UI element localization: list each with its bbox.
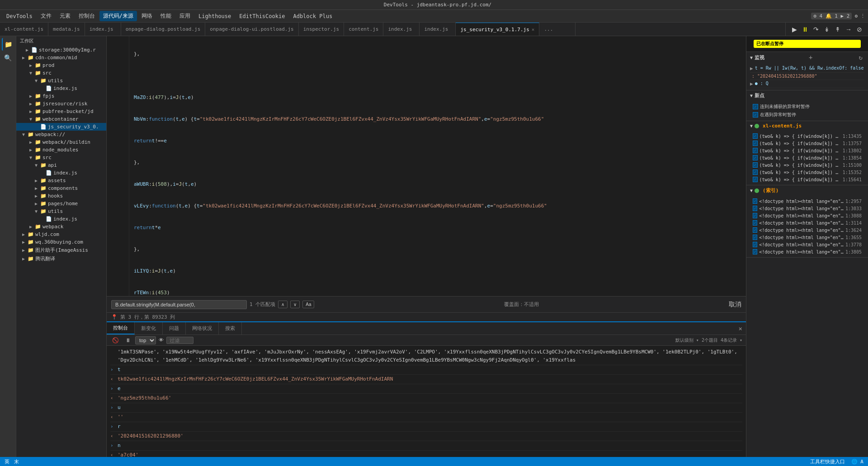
bp-checkbox[interactable]: ✓ bbox=[753, 235, 757, 240]
tree-item-webcontainer[interactable]: ▼ 📁 webcontainer bbox=[16, 115, 106, 123]
tree-item-cdn[interactable]: ▶ 📁 cdn-common/mid bbox=[16, 54, 106, 61]
tab-search[interactable]: 搜索 bbox=[219, 322, 242, 334]
xl-content-header[interactable]: ▼ xl-content.js bbox=[746, 121, 868, 131]
bp-checkbox[interactable]: ✓ bbox=[753, 220, 757, 226]
bp-checkbox[interactable]: ✓ bbox=[753, 198, 757, 204]
toolbar-shortcut[interactable]: 工具栏快捷入口 bbox=[810, 458, 845, 465]
pause-btn[interactable]: ⏸ bbox=[800, 24, 810, 34]
tree-item-src2[interactable]: ▼ 📁 src bbox=[16, 154, 106, 161]
tree-item-wljd[interactable]: ▶ 📁 wljd.com bbox=[16, 231, 106, 238]
tab-changes[interactable]: 新变化 bbox=[135, 322, 163, 334]
tree-item-indexjs3[interactable]: 📄 index.js bbox=[16, 215, 106, 223]
tree-item-storage[interactable]: ▶ 📄 storage:30000yImg.r bbox=[16, 46, 106, 54]
bp-checkbox[interactable]: ✓ bbox=[753, 162, 758, 168]
tab-onpage-dialog[interactable]: onpage-dialog.postload.js bbox=[121, 23, 206, 36]
menu-sources[interactable]: 源代码/来源 bbox=[99, 11, 137, 21]
bp-checkbox-1[interactable]: ✓ bbox=[753, 104, 758, 109]
tree-item-node-modules[interactable]: ▶ 📁 node_modules bbox=[16, 146, 106, 154]
bp-checkbox[interactable]: ✓ bbox=[753, 141, 758, 146]
tree-item-hooks[interactable]: ▶ 📁 hooks bbox=[16, 192, 106, 200]
files-icon[interactable]: 📁 bbox=[2, 38, 14, 51]
tab-issues[interactable]: 问题 bbox=[163, 322, 186, 334]
deactivate-btn[interactable]: ⊘ bbox=[854, 24, 864, 34]
menu-devtools[interactable]: DevTools bbox=[3, 12, 36, 21]
tree-item-jssecurity[interactable]: 📄 js_security_v3_0. bbox=[16, 123, 106, 131]
prev-match-btn[interactable]: ∧ bbox=[278, 301, 288, 308]
toggle-pause-btn[interactable]: ⏸ bbox=[123, 336, 132, 344]
tree-item-webpack2[interactable]: ▶ 📁 webpack bbox=[16, 223, 106, 231]
tree-item-tencent[interactable]: ▶ 📁 腾讯翻译 bbox=[16, 254, 106, 263]
scope-select[interactable]: top bbox=[135, 336, 156, 344]
tree-item-components[interactable]: ▶ 📁 components bbox=[16, 184, 106, 192]
tree-item-jsresource[interactable]: ▶ 📁 jsresource/risk bbox=[16, 100, 106, 108]
close-bottom-panel-icon[interactable]: × bbox=[739, 325, 742, 332]
bp-checkbox[interactable]: ✓ bbox=[753, 213, 757, 218]
tab-index1[interactable]: index.js bbox=[85, 23, 121, 36]
bp-checkbox[interactable]: ✓ bbox=[753, 133, 758, 139]
clear-console-btn[interactable]: 🚫 bbox=[110, 336, 121, 344]
tree-item-pubfree[interactable]: ▶ 📁 pubfree-bucket/jd bbox=[16, 108, 106, 115]
settings-btn[interactable]: ⚙ bbox=[854, 13, 858, 19]
case-sensitive-btn[interactable]: Aa bbox=[302, 301, 314, 308]
tree-item-utils2[interactable]: ▼ 📁 utils bbox=[16, 207, 106, 215]
tab-js-security[interactable]: js_security_v3_0.1.7.js × bbox=[456, 23, 539, 36]
tree-item-assets[interactable]: ▶ 📁 assets bbox=[16, 177, 106, 184]
bp-checkbox[interactable]: ✓ bbox=[753, 148, 758, 153]
tree-item-imageassist[interactable]: ▶ 📁 图片助手(ImageAssis bbox=[16, 246, 106, 254]
menu-file[interactable]: 文件 bbox=[37, 11, 55, 21]
tab-more[interactable]: ... bbox=[539, 23, 576, 36]
bp-checkbox-2[interactable]: ✓ bbox=[753, 112, 758, 118]
bp-checkbox[interactable]: ✓ bbox=[753, 249, 757, 254]
step-out-btn[interactable]: ↟ bbox=[833, 24, 843, 34]
tab-medata[interactable]: medata.js bbox=[48, 23, 85, 36]
menu-adblock[interactable]: Adblock Plus bbox=[289, 12, 336, 21]
tree-item-webpack-buildin[interactable]: ▶ 📁 webpack//buildin bbox=[16, 138, 106, 146]
tab-network-conditions[interactable]: 网络状况 bbox=[186, 322, 219, 334]
soyi-header[interactable]: ▼ (索引) bbox=[746, 185, 868, 196]
tree-item-wq360[interactable]: ▶ 📁 wq.360buying.com bbox=[16, 238, 106, 246]
tree-item-prod[interactable]: ▶ 📁 prod bbox=[16, 61, 106, 69]
watch-header[interactable]: ▼ 监视 + ↻ bbox=[746, 52, 868, 63]
expand-icon[interactable]: ▶ bbox=[750, 66, 753, 71]
code-content[interactable]: }, MaZO: i(477), i = J(t, e) NbVm: funct… bbox=[107, 36, 746, 296]
step-into-btn[interactable]: ↡ bbox=[822, 24, 832, 34]
bp-checkbox[interactable]: ✓ bbox=[753, 169, 758, 175]
search-sidebar-icon[interactable]: 🔍 bbox=[2, 52, 14, 64]
menu-console[interactable]: 控制台 bbox=[75, 11, 99, 21]
bp-checkbox[interactable]: ✓ bbox=[753, 227, 757, 233]
search-close-btn[interactable]: 取消 bbox=[729, 301, 741, 309]
breakpoints-header[interactable]: ▼ 新点 bbox=[746, 90, 868, 101]
tree-item-indexjs2[interactable]: 📄 index.js bbox=[16, 169, 106, 177]
bp-checkbox[interactable]: ✓ bbox=[753, 155, 758, 160]
resume-btn[interactable]: ▶ bbox=[789, 24, 799, 34]
more-btn[interactable]: ⋮ bbox=[860, 13, 865, 19]
expand-icon[interactable]: ▶ bbox=[750, 81, 753, 87]
tab-close-icon[interactable]: × bbox=[532, 27, 535, 33]
tab-index3[interactable]: index.js bbox=[420, 23, 456, 36]
tree-item-pages-home[interactable]: ▶ 📁 pages/home bbox=[16, 200, 106, 207]
bp-checkbox[interactable]: ✓ bbox=[753, 242, 757, 247]
search-input[interactable] bbox=[111, 300, 247, 309]
step-over-btn[interactable]: ↷ bbox=[811, 24, 821, 34]
next-match-btn[interactable]: ∨ bbox=[290, 301, 300, 308]
eye-icon[interactable]: 👁 bbox=[159, 337, 164, 343]
tree-item-src1[interactable]: ▼ 📁 src bbox=[16, 69, 106, 77]
tab-inspector[interactable]: inspector.js bbox=[299, 23, 344, 36]
menu-elements[interactable]: 元素 bbox=[56, 11, 74, 21]
step-btn[interactable]: → bbox=[844, 24, 854, 34]
tree-item-api[interactable]: ▼ 📁 api bbox=[16, 161, 106, 169]
tree-item-utils1[interactable]: ▼ 📁 utils bbox=[16, 77, 106, 85]
tree-item-fpjs[interactable]: ▶ 📁 fpjs bbox=[16, 92, 106, 100]
bp-checkbox[interactable]: ✓ bbox=[753, 177, 758, 182]
add-watch-btn[interactable]: + bbox=[807, 54, 814, 61]
tab-onpage-dialog-ui[interactable]: onpage-dialog-ui.postload.js bbox=[205, 23, 298, 36]
tab-index2[interactable]: index.js bbox=[383, 23, 420, 36]
menu-editcookie[interactable]: EditThisCookie bbox=[236, 12, 288, 21]
tree-item-indexjs1[interactable]: 📄 index.js bbox=[16, 85, 106, 92]
menu-performance[interactable]: 性能 bbox=[157, 11, 175, 21]
menu-application[interactable]: 应用 bbox=[176, 11, 194, 21]
tab-xl-content[interactable]: xl-content.js bbox=[0, 23, 48, 36]
filter-input[interactable] bbox=[166, 337, 193, 344]
bp-checkbox[interactable]: ✓ bbox=[753, 206, 757, 211]
tab-content[interactable]: content.js bbox=[344, 23, 383, 36]
